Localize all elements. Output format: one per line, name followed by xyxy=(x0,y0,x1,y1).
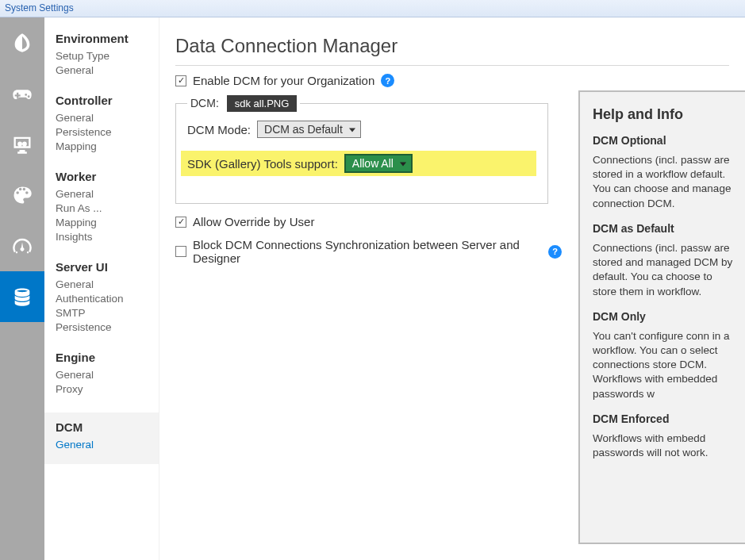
help-body-only: You can't configure conn in a workflow. … xyxy=(593,329,737,401)
database-icon xyxy=(11,286,33,308)
help-heading-optional: DCM Optional xyxy=(593,134,737,147)
sdk-support-label: SDK (Gallery) Tools support: xyxy=(187,157,338,171)
help-icon[interactable]: ? xyxy=(381,74,394,87)
allow-override-checkbox[interactable] xyxy=(175,217,186,228)
gauge-icon xyxy=(11,235,33,257)
rail-item-environment[interactable] xyxy=(0,17,44,68)
gamepad-icon xyxy=(11,82,33,105)
nav-link-ctrl-mapping[interactable]: Mapping xyxy=(56,140,151,152)
sdk-support-row: SDK (Gallery) Tools support: Allow All xyxy=(181,151,536,176)
nav-section-environment: Environment Setup Type General xyxy=(56,32,151,76)
rail-item-controller[interactable] xyxy=(0,68,44,119)
nav-section-dcm: DCM General xyxy=(44,412,159,464)
dcm-fieldset-legend: DCM: sdk all.PNG xyxy=(187,97,300,109)
allow-override-label: Allow Override by User xyxy=(193,215,314,228)
nav-link-engine-general[interactable]: General xyxy=(56,369,151,381)
leaf-icon xyxy=(11,32,33,54)
nav-column: Environment Setup Type General Controlle… xyxy=(44,17,159,560)
nav-heading-worker[interactable]: Worker xyxy=(56,170,151,183)
nav-heading-dcm[interactable]: DCM xyxy=(56,420,151,434)
rail-item-engine[interactable] xyxy=(0,221,44,271)
nav-section-worker: Worker General Run As ... Mapping Insigh… xyxy=(56,170,151,243)
nav-link-setup-type[interactable]: Setup Type xyxy=(56,50,151,62)
nav-link-env-general[interactable]: General xyxy=(56,64,151,76)
icon-rail xyxy=(0,17,44,560)
nav-link-worker-runas[interactable]: Run As ... xyxy=(56,202,151,214)
nav-link-engine-proxy[interactable]: Proxy xyxy=(56,383,151,395)
nav-link-dcm-general[interactable]: General xyxy=(56,439,151,451)
nav-heading-serverui[interactable]: Server UI xyxy=(56,260,151,274)
help-body-optional: Connections (incl. passw are stored in a… xyxy=(593,153,737,211)
main-content: Data Connection Manager Enable DCM for y… xyxy=(159,17,745,560)
page-title: Data Connection Manager xyxy=(175,35,729,66)
legend-text: DCM: xyxy=(190,97,219,109)
legend-tag: sdk all.PNG xyxy=(227,95,298,112)
sdk-support-value: Allow All xyxy=(352,157,394,170)
dcm-mode-label: DCM Mode: xyxy=(187,123,251,136)
app-body: Environment Setup Type General Controlle… xyxy=(0,17,745,560)
nav-link-worker-mapping[interactable]: Mapping xyxy=(56,217,151,228)
help-title: Help and Info xyxy=(593,106,737,123)
nav-section-engine: Engine General Proxy xyxy=(56,351,151,395)
dcm-mode-value: DCM as Default xyxy=(264,123,343,136)
window-title: System Settings xyxy=(5,2,74,13)
enable-dcm-checkbox[interactable] xyxy=(175,75,186,86)
sdk-support-select[interactable]: Allow All xyxy=(344,154,413,173)
help-heading-enforced: DCM Enforced xyxy=(593,412,737,425)
nav-link-ctrl-general[interactable]: General xyxy=(56,112,151,124)
rail-item-worker[interactable] xyxy=(0,119,44,170)
block-sync-checkbox[interactable] xyxy=(175,246,186,257)
nav-section-controller: Controller General Persistence Mapping xyxy=(56,94,151,152)
help-icon[interactable]: ? xyxy=(548,245,562,259)
dcm-fieldset: DCM: sdk all.PNG DCM Mode: DCM as Defaul… xyxy=(175,97,548,204)
block-sync-label: Block DCM Connections Synchronization be… xyxy=(193,238,542,265)
nav-link-sui-smtp[interactable]: SMTP xyxy=(56,307,151,319)
nav-heading-environment[interactable]: Environment xyxy=(56,32,151,45)
help-body-enforced: Workflows with embedd passwords will not… xyxy=(593,432,737,460)
nav-link-ctrl-persistence[interactable]: Persistence xyxy=(56,126,151,138)
help-heading-default: DCM as Default xyxy=(593,222,737,235)
enable-dcm-row: Enable DCM for your Organization ? xyxy=(175,74,729,87)
nav-link-worker-insights[interactable]: Insights xyxy=(56,231,151,243)
nav-heading-engine[interactable]: Engine xyxy=(56,351,151,364)
enable-dcm-label: Enable DCM for your Organization xyxy=(193,74,374,87)
nav-link-sui-auth[interactable]: Authentication xyxy=(56,293,151,305)
dcm-mode-select[interactable]: DCM as Default xyxy=(257,121,361,138)
nav-heading-controller[interactable]: Controller xyxy=(56,94,151,107)
rail-item-server-ui[interactable] xyxy=(0,170,44,221)
rail-item-dcm[interactable] xyxy=(0,271,44,322)
help-panel: Help and Info DCM Optional Connections (… xyxy=(578,90,745,544)
help-heading-only: DCM Only xyxy=(593,310,737,323)
dcm-mode-row: DCM Mode: DCM as Default xyxy=(187,121,536,138)
monitor-gears-icon xyxy=(11,133,33,155)
nav-section-server-ui: Server UI General Authentication SMTP Pe… xyxy=(56,260,151,333)
help-body-default: Connections (incl. passw are stored and … xyxy=(593,241,737,299)
nav-link-sui-general[interactable]: General xyxy=(56,278,151,290)
nav-link-worker-general[interactable]: General xyxy=(56,188,151,200)
nav-link-sui-persistence[interactable]: Persistence xyxy=(56,321,151,333)
window-title-bar: System Settings xyxy=(0,0,745,17)
palette-icon xyxy=(11,184,33,206)
